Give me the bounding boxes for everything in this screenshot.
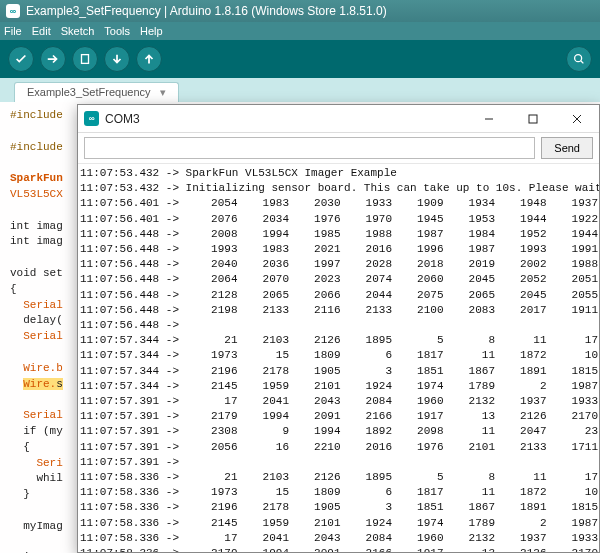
upload-button[interactable] bbox=[40, 46, 66, 72]
svg-rect-2 bbox=[529, 115, 537, 123]
serial-row: 11:07:58.336 ->21210321261895581117 bbox=[78, 470, 595, 485]
verify-button[interactable] bbox=[8, 46, 34, 72]
maximize-button[interactable] bbox=[511, 105, 555, 133]
serial-output[interactable]: 11:07:53.432 -> SparkFun VL53L5CX Imager… bbox=[78, 164, 599, 552]
serial-row: 11:07:57.344 ->19731518096181711187210 bbox=[78, 348, 595, 363]
ide-titlebar: ∞ Example3_SetFrequency | Arduino 1.8.16… bbox=[0, 0, 600, 22]
ide-tabbar: Example3_SetFrequency ▾ bbox=[0, 78, 600, 102]
serial-row: 11:07:56.401 ->2054198320301933190919341… bbox=[78, 196, 595, 211]
serial-row: 11:07:57.391 ->1720412043208419602132193… bbox=[78, 394, 595, 409]
serial-row: 11:07:57.391 ->2179199420912166191713212… bbox=[78, 409, 595, 424]
ide-menubar: File Edit Sketch Tools Help bbox=[0, 22, 600, 40]
menu-sketch[interactable]: Sketch bbox=[61, 25, 95, 37]
menu-file[interactable]: File bbox=[4, 25, 22, 37]
close-button[interactable] bbox=[555, 105, 599, 133]
menu-tools[interactable]: Tools bbox=[104, 25, 130, 37]
serial-row: 11:07:56.448 ->2040203619972028201820192… bbox=[78, 257, 595, 272]
serial-row: 11:07:56.448 ->2064207020232074206020452… bbox=[78, 272, 595, 287]
serial-monitor-window: ∞ COM3 Send 11:07:53.432 -> SparkFun VL5… bbox=[77, 104, 600, 553]
arduino-logo-icon: ∞ bbox=[6, 4, 20, 18]
open-button[interactable] bbox=[104, 46, 130, 72]
sketch-tab-label: Example3_SetFrequency bbox=[27, 86, 151, 98]
serial-row: 11:07:57.391 ->2308919941892209811204723 bbox=[78, 424, 595, 439]
send-button[interactable]: Send bbox=[541, 137, 593, 159]
svg-rect-0 bbox=[82, 55, 89, 64]
serial-input[interactable] bbox=[84, 137, 535, 159]
serial-row: 11:07:57.344 ->2145195921011924197417892… bbox=[78, 379, 595, 394]
serial-row: 11:07:57.391 ->2056162210201619762101213… bbox=[78, 440, 595, 455]
serial-row: 11:07:57.344 ->21210321261895581117 bbox=[78, 333, 595, 348]
serial-row: 11:07:56.448 -> bbox=[78, 318, 595, 333]
ide-title: Example3_SetFrequency | Arduino 1.8.16 (… bbox=[26, 4, 387, 18]
menu-edit[interactable]: Edit bbox=[32, 25, 51, 37]
menu-help[interactable]: Help bbox=[140, 25, 163, 37]
serial-monitor-button[interactable] bbox=[566, 46, 592, 72]
serial-row: 11:07:56.448 ->2008199419851988198719841… bbox=[78, 227, 595, 242]
serial-row: 11:07:58.336 ->19731518096181711187210 bbox=[78, 485, 595, 500]
serial-row: 11:07:56.448 ->1993198320212016199619871… bbox=[78, 242, 595, 257]
serial-row: 11:07:56.401 ->2076203419761970194519531… bbox=[78, 212, 595, 227]
serial-row: 11:07:58.336 ->2196217819053185118671891… bbox=[78, 500, 595, 515]
serial-row: 11:07:56.448 ->2198213321162133210020832… bbox=[78, 303, 595, 318]
tab-menu-icon[interactable]: ▾ bbox=[160, 86, 166, 98]
new-button[interactable] bbox=[72, 46, 98, 72]
serial-row: 11:07:57.391 -> bbox=[78, 455, 595, 470]
svg-point-1 bbox=[575, 55, 582, 62]
arduino-logo-icon: ∞ bbox=[84, 111, 99, 126]
save-button[interactable] bbox=[136, 46, 162, 72]
serial-title: COM3 bbox=[105, 112, 467, 126]
ide-toolbar bbox=[0, 40, 600, 78]
minimize-button[interactable] bbox=[467, 105, 511, 133]
serial-row: 11:07:58.336 ->2179199420912166191713212… bbox=[78, 546, 595, 552]
serial-titlebar[interactable]: ∞ COM3 bbox=[78, 105, 599, 133]
serial-row: 11:07:56.448 ->2128206520662044207520652… bbox=[78, 288, 595, 303]
serial-row: 11:07:57.344 ->2196217819053185118671891… bbox=[78, 364, 595, 379]
serial-row: 11:07:58.336 ->2145195921011924197417892… bbox=[78, 516, 595, 531]
serial-input-row: Send bbox=[78, 133, 599, 164]
sketch-tab[interactable]: Example3_SetFrequency ▾ bbox=[14, 82, 179, 102]
serial-row: 11:07:58.336 ->1720412043208419602132193… bbox=[78, 531, 595, 546]
